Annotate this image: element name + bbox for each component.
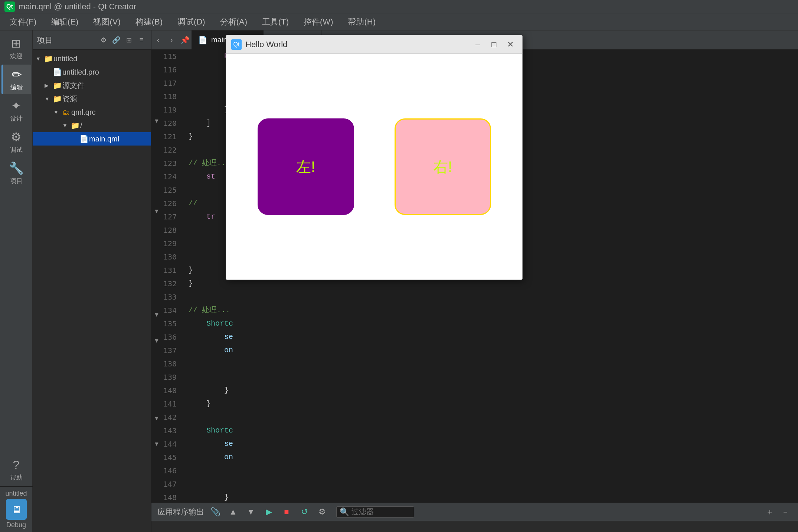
output-title: 应用程序输出: [157, 507, 204, 517]
fold-arrow[interactable]: ▼: [154, 412, 160, 425]
line-number: 136: [162, 330, 180, 344]
sidebar-item-design[interactable]: ✦ 设计: [1, 96, 31, 125]
sidebar: ⊞ 欢迎 ✏ 编辑 ✦ 设计 ⚙ 调试 🔧 项目 ? 帮助 untitled 🖥: [0, 30, 33, 532]
line-number: 142: [162, 411, 180, 424]
line-number: 146: [162, 464, 180, 477]
sidebar-item-debug[interactable]: ⚙ 调试: [1, 127, 31, 157]
menu-tools[interactable]: 工具(T): [255, 14, 295, 30]
tree-item-slash[interactable]: ▼ 📁 /: [33, 119, 151, 132]
code-line: Shortc: [189, 424, 798, 437]
sidebar-item-edit[interactable]: ✏ 编辑: [1, 65, 31, 94]
preview-btn-right[interactable]: 右!: [395, 118, 491, 215]
line-number: 125: [162, 183, 180, 197]
tree-label-untitled: untitled: [53, 55, 151, 63]
sidebar-label-help: 帮助: [10, 473, 23, 482]
fold-arrow[interactable]: ▼: [154, 309, 160, 322]
menu-bar: 文件(F) 编辑(E) 视图(V) 构建(B) 调试(D) 分析(A) 工具(T…: [0, 13, 798, 30]
tree-label-resources: 资源: [62, 94, 151, 104]
folder-icon: 📁: [43, 54, 53, 63]
menu-file[interactable]: 文件(F): [3, 14, 43, 30]
tree-item-untitled-pro[interactable]: 📄 untitled.pro: [33, 65, 151, 79]
filter-btn[interactable]: ⚙: [98, 35, 109, 45]
menu-analyze[interactable]: 分析(A): [213, 14, 254, 30]
resources-icon: 📁: [52, 94, 62, 103]
nav-forward-btn[interactable]: ›: [165, 30, 178, 50]
fold-arrow[interactable]: ▼: [154, 334, 160, 347]
output-btn-attach[interactable]: 📎: [209, 505, 222, 519]
output-search[interactable]: 🔍: [336, 506, 414, 518]
expand-btn[interactable]: ⊞: [124, 35, 134, 45]
sidebar-item-help[interactable]: ? 帮助: [1, 455, 31, 485]
output-search-input[interactable]: [351, 507, 411, 516]
code-line: }: [189, 491, 798, 502]
tree-item-untitled[interactable]: ▼ 📁 untitled: [33, 52, 151, 65]
debug-mode-icon[interactable]: 🖥: [6, 499, 27, 520]
menu-edit[interactable]: 编辑(E): [45, 14, 85, 30]
code-line: on: [189, 344, 798, 357]
project-panel: 项目 ⚙ 🔗 ⊞ ≡ ▼ 📁 untitled 📄 untitled.pro ▶: [33, 30, 151, 532]
line-number: 115: [162, 50, 180, 63]
line-number: 138: [162, 357, 180, 371]
output-btn-run[interactable]: ▶: [262, 505, 275, 519]
line-number: 132: [162, 277, 180, 290]
menu-debug[interactable]: 调试(D): [171, 14, 212, 30]
fold-gutter: ▼▼▼▼▼▼: [151, 50, 162, 502]
fold-arrow[interactable]: ▼: [154, 205, 160, 218]
qml-file-icon: 📄: [79, 134, 89, 143]
slash-folder-icon: 📁: [70, 121, 80, 130]
line-number: 117: [162, 76, 180, 90]
menu-view[interactable]: 视图(V): [86, 14, 127, 30]
nav-pin-btn[interactable]: 📌: [178, 30, 192, 50]
sidebar-item-welcome[interactable]: ⊞ 欢迎: [1, 33, 31, 63]
tree-arrow: ▼: [36, 56, 43, 62]
output-btn-down[interactable]: ▼: [244, 505, 258, 519]
tree-item-resources[interactable]: ▼ 📁 资源: [33, 92, 151, 105]
output-btn-remove[interactable]: －: [779, 505, 792, 519]
collapse-btn[interactable]: ≡: [136, 35, 147, 45]
fold-arrow[interactable]: ▼: [154, 438, 160, 451]
tree-label-main-qml: main.qml: [89, 135, 151, 143]
sidebar-label-welcome: 欢迎: [10, 52, 23, 61]
preview-maximize-btn[interactable]: □: [487, 38, 501, 51]
menu-help[interactable]: 帮助(H): [341, 14, 382, 30]
preview-close-btn[interactable]: ✕: [504, 38, 517, 51]
line-number: 144: [162, 437, 180, 451]
tree-label-qrc: qml.qrc: [71, 108, 151, 117]
preview-titlebar: Qt Hello World – □ ✕: [226, 35, 522, 54]
output-btn-stop[interactable]: ■: [280, 505, 293, 519]
preview-btn-right-label: 右!: [433, 157, 452, 177]
tree-item-sources[interactable]: ▶ 📁 源文件: [33, 79, 151, 92]
sidebar-label-edit: 编辑: [10, 83, 23, 92]
sidebar-item-project[interactable]: 🔧 项目: [1, 158, 31, 188]
code-line: }: [189, 384, 798, 397]
line-number: 124: [162, 170, 180, 183]
tree-arrow-resources: ▼: [45, 96, 52, 102]
tree-item-main-qml[interactable]: 📄 main.qml: [33, 132, 151, 146]
menu-controls[interactable]: 控件(W): [297, 14, 340, 30]
tree-label-pro: untitled.pro: [62, 68, 151, 76]
code-line: Shortc: [189, 317, 798, 330]
output-btn-settings[interactable]: ⚙: [315, 505, 329, 519]
output-header: 应用程序输出 📎 ▲ ▼ ▶ ■ ↺ ⚙ 🔍 ＋ －: [151, 503, 798, 521]
fold-arrow[interactable]: ▼: [154, 114, 160, 127]
nav-back-btn[interactable]: ‹: [151, 30, 165, 50]
tree-label-sources: 源文件: [62, 81, 151, 91]
pro-file-icon: 📄: [52, 68, 62, 76]
preview-minimize-btn[interactable]: –: [471, 38, 484, 51]
output-btn-add[interactable]: ＋: [763, 505, 776, 519]
sidebar-project-name: untitled: [5, 490, 27, 497]
output-btn-rerun[interactable]: ↺: [298, 505, 311, 519]
preview-btn-left[interactable]: 左!: [258, 118, 354, 215]
panel-header: 项目 ⚙ 🔗 ⊞ ≡: [33, 30, 151, 50]
title-bar: Qt main.qml @ untitled - Qt Creator: [0, 0, 798, 13]
menu-build[interactable]: 构建(B): [129, 14, 169, 30]
line-number: 116: [162, 63, 180, 76]
preview-content: 左! 右!: [226, 54, 522, 280]
output-btn-up[interactable]: ▲: [226, 505, 240, 519]
line-number: 148: [162, 491, 180, 502]
link-btn[interactable]: 🔗: [111, 35, 121, 45]
tree-item-qrc[interactable]: ▼ 🗂 qml.qrc: [33, 105, 151, 119]
preview-window: Qt Hello World – □ ✕ 左! 右!: [226, 35, 523, 280]
preview-window-icon: Qt: [231, 39, 242, 50]
sources-icon: 📁: [52, 81, 62, 90]
